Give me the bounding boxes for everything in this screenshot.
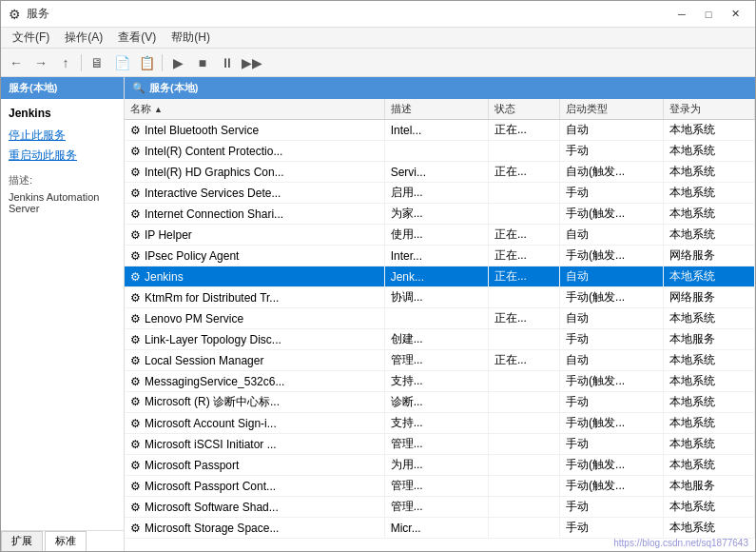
table-row[interactable]: ⚙Microsoft Account Sign-i...支持...手动(触发..… xyxy=(125,413,755,434)
toolbar-forward[interactable]: → xyxy=(29,51,52,74)
tab-standard[interactable]: 标准 xyxy=(45,531,87,551)
sidebar-header[interactable]: 服务(本地) xyxy=(1,77,124,99)
service-name-cell: ⚙Microsoft Storage Space... xyxy=(125,518,384,539)
service-name-cell: ⚙Microsoft Account Sign-i... xyxy=(125,413,384,434)
service-icon: ⚙ xyxy=(130,291,141,305)
close-button[interactable]: ✕ xyxy=(723,6,747,23)
table-row[interactable]: ⚙JenkinsJenk...正在...自动本地系统 xyxy=(125,266,755,287)
toolbar-restart[interactable]: ▶▶ xyxy=(241,51,263,74)
service-status-cell xyxy=(488,518,559,539)
service-icon: ⚙ xyxy=(130,459,141,472)
col-header-name[interactable]: 名称 ▲ xyxy=(125,99,384,120)
service-status-cell: 正在... xyxy=(488,162,559,183)
service-desc-cell: Jenk... xyxy=(384,266,488,287)
toolbar-stop[interactable]: ■ xyxy=(191,51,214,74)
service-status-cell xyxy=(488,204,559,225)
toolbar-sep1 xyxy=(81,54,82,71)
service-start-cell: 手动 xyxy=(560,518,664,539)
toolbar-properties[interactable]: 📄 xyxy=(110,51,133,74)
service-login-cell: 本地系统 xyxy=(664,141,755,162)
service-start-cell: 手动(触发... xyxy=(560,413,664,434)
service-name-cell: ⚙Interactive Services Dete... xyxy=(125,183,384,204)
service-icon: ⚙ xyxy=(130,270,141,284)
table-row[interactable]: ⚙MessagingService_532c6...支持...手动(触发...本… xyxy=(125,371,755,392)
service-icon: ⚙ xyxy=(130,354,141,367)
sidebar-service-name: Jenkins xyxy=(9,107,116,120)
table-row[interactable]: ⚙Microsoft iSCSI Initiator ...管理...手动本地系… xyxy=(125,434,755,455)
table-row[interactable]: ⚙Interactive Services Dete...启用...手动本地系统 xyxy=(125,183,755,204)
toolbar-show-hide[interactable]: 🖥 xyxy=(86,51,108,74)
table-row[interactable]: ⚙Microsoft Software Shad...管理...手动本地系统 xyxy=(125,497,755,518)
service-status-cell xyxy=(488,455,559,476)
content-header-text: 服务(本地) xyxy=(149,81,198,95)
table-row[interactable]: ⚙Intel Bluetooth ServiceIntel...正在...自动本… xyxy=(125,120,755,141)
table-row[interactable]: ⚙Link-Layer Topology Disc...创建...手动本地服务 xyxy=(125,329,755,350)
content-area: 🔍 服务(本地) 名称 ▲ 描述 状态 启动类型 xyxy=(125,77,755,551)
service-start-cell: 手动(触发... xyxy=(560,246,664,266)
toolbar-play[interactable]: ▶ xyxy=(166,51,189,74)
table-row[interactable]: ⚙KtmRm for Distributed Tr...协调...手动(触发..… xyxy=(125,287,755,308)
table-row[interactable]: ⚙IP Helper使用...正在...自动本地系统 xyxy=(125,225,755,246)
service-icon: ⚙ xyxy=(130,375,141,388)
service-icon: ⚙ xyxy=(130,438,141,451)
service-name-cell: ⚙MessagingService_532c6... xyxy=(125,371,384,392)
service-desc-cell: 管理... xyxy=(384,476,488,497)
content-header: 🔍 服务(本地) xyxy=(125,77,755,99)
service-login-cell: 本地系统 xyxy=(664,371,755,392)
service-login-cell: 本地系统 xyxy=(664,455,755,476)
col-header-status[interactable]: 状态 xyxy=(488,99,559,120)
menu-view[interactable]: 查看(V) xyxy=(110,28,164,48)
sidebar-desc-text: Jenkins Automation Server xyxy=(9,191,116,214)
service-start-cell: 手动 xyxy=(560,392,664,413)
minimize-button[interactable]: ─ xyxy=(669,6,694,23)
service-start-cell: 自动 xyxy=(560,266,664,287)
sidebar-header-text: 服务(本地) xyxy=(9,82,57,93)
table-row[interactable]: ⚙Intel(R) HD Graphics Con...Servi...正在..… xyxy=(125,162,755,183)
tab-extend[interactable]: 扩展 xyxy=(1,531,43,551)
table-row[interactable]: ⚙Lenovo PM Service正在...自动本地系统 xyxy=(125,308,755,329)
table-row[interactable]: ⚙Microsoft Passport为用...手动(触发...本地系统 xyxy=(125,455,755,476)
table-row[interactable]: ⚙Local Session Manager管理...正在...自动本地系统 xyxy=(125,350,755,371)
col-header-start[interactable]: 启动类型 xyxy=(560,99,664,120)
table-row[interactable]: ⚙Microsoft Passport Cont...管理...手动(触发...… xyxy=(125,476,755,497)
service-name-cell: ⚙Microsoft (R) 诊断中心标... xyxy=(125,392,384,413)
sidebar-restart-link[interactable]: 重启动此服务 xyxy=(9,148,116,164)
menu-help[interactable]: 帮助(H) xyxy=(164,28,218,48)
service-login-cell: 本地系统 xyxy=(664,225,755,246)
table-row[interactable]: ⚙Microsoft (R) 诊断中心标...诊断...手动本地系统 xyxy=(125,392,755,413)
toolbar-back[interactable]: ← xyxy=(5,51,28,74)
service-desc-cell: 支持... xyxy=(384,371,488,392)
sidebar-stop-link[interactable]: 停止此服务 xyxy=(9,128,116,144)
col-header-desc[interactable]: 描述 xyxy=(384,99,488,120)
service-login-cell: 本地系统 xyxy=(664,308,755,329)
service-start-cell: 手动 xyxy=(560,434,664,455)
table-row[interactable]: ⚙Microsoft Storage Space...Micr...手动本地系统 xyxy=(125,518,755,539)
menu-action[interactable]: 操作(A) xyxy=(57,28,110,48)
service-desc-cell xyxy=(384,141,488,162)
service-status-cell xyxy=(488,392,559,413)
service-desc-cell: 管理... xyxy=(384,497,488,518)
toolbar-up[interactable]: ↑ xyxy=(54,51,77,74)
watermark: https://blog.csdn.net/sq1877643 xyxy=(613,538,748,548)
sort-arrow-icon: ▲ xyxy=(154,105,163,114)
services-table-container[interactable]: 名称 ▲ 描述 状态 启动类型 登录为 ⚙Intel Bluetooth Ser… xyxy=(125,99,755,551)
service-icon: ⚙ xyxy=(130,124,141,137)
maximize-button[interactable]: □ xyxy=(696,6,721,23)
service-desc-cell: Inter... xyxy=(384,246,488,266)
service-name-cell: ⚙Microsoft Software Shad... xyxy=(125,497,384,518)
table-row[interactable]: ⚙Intel(R) Content Protectio...手动本地系统 xyxy=(125,141,755,162)
service-start-cell: 自动 xyxy=(560,225,664,246)
table-row[interactable]: ⚙IPsec Policy AgentInter...正在...手动(触发...… xyxy=(125,246,755,266)
service-name-cell: ⚙Intel Bluetooth Service xyxy=(125,120,384,141)
service-login-cell: 本地系统 xyxy=(664,204,755,225)
service-name-cell: ⚙Intel(R) HD Graphics Con... xyxy=(125,162,384,183)
toolbar-copy[interactable]: 📋 xyxy=(135,51,158,74)
service-status-cell xyxy=(488,476,559,497)
service-status-cell: 正在... xyxy=(488,225,559,246)
services-list: ⚙Intel Bluetooth ServiceIntel...正在...自动本… xyxy=(125,120,755,539)
col-header-login[interactable]: 登录为 xyxy=(664,99,755,120)
menu-file[interactable]: 文件(F) xyxy=(5,28,57,48)
service-login-cell: 网络服务 xyxy=(664,287,755,308)
toolbar-pause[interactable]: ⏸ xyxy=(216,51,239,74)
table-row[interactable]: ⚙Internet Connection Shari...为家...手动(触发.… xyxy=(125,204,755,225)
